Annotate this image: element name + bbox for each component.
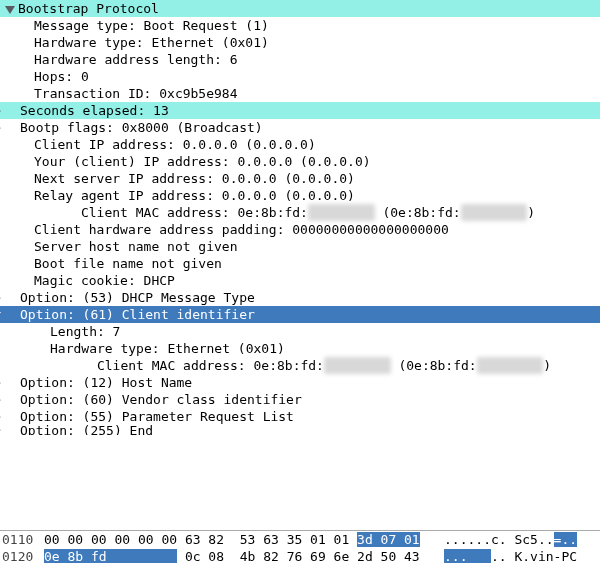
option-61[interactable]: Option: (61) Client identifier (0, 306, 600, 323)
field-hw-addr-length[interactable]: Hardware address length: 6 (0, 51, 600, 68)
spacer-icon (4, 207, 16, 219)
protocol-header-label: Bootstrap Protocol (18, 0, 159, 17)
triangle-right-icon (0, 122, 2, 134)
field-hardware-type[interactable]: Hardware type: Ethernet (0x01) (0, 34, 600, 51)
svg-marker-2 (0, 123, 1, 133)
redacted-mac: xxxxxxxx (324, 357, 391, 374)
hex-highlight: 0e 8b fd (44, 549, 177, 563)
svg-marker-3 (0, 293, 1, 303)
field-boot-file[interactable]: Boot file name not given (0, 255, 600, 272)
svg-marker-5 (0, 378, 1, 388)
spacer-icon (4, 224, 16, 236)
redacted-mac: xxxxxxxx (461, 204, 528, 221)
svg-marker-7 (0, 412, 1, 422)
spacer-icon (4, 54, 16, 66)
redacted-mac: xxxxxxxx (477, 357, 544, 374)
svg-marker-0 (5, 6, 15, 14)
field-transaction-id[interactable]: Transaction ID: 0xc9b5e984 (0, 85, 600, 102)
spacer-icon (4, 88, 16, 100)
option-61-mac[interactable]: Client MAC address: 0e:8b:fd:xxxxxxxx (0… (0, 357, 600, 374)
triangle-down-icon (4, 3, 16, 15)
field-server-hostname[interactable]: Server host name not given (0, 238, 600, 255)
option-55[interactable]: Option: (55) Parameter Request List (0, 408, 600, 425)
triangle-down-icon (0, 309, 2, 321)
spacer-icon (4, 37, 16, 49)
option-60[interactable]: Option: (60) Vendor class identifier (0, 391, 600, 408)
spacer-icon (4, 173, 16, 185)
spacer-icon (4, 258, 16, 270)
field-next-server-ip[interactable]: Next server IP address: 0.0.0.0 (0.0.0.0… (0, 170, 600, 187)
spacer-icon (4, 71, 16, 83)
spacer-icon (4, 275, 16, 287)
hex-offset: 0120 (2, 548, 44, 563)
triangle-right-icon (0, 377, 2, 389)
redacted-mac: xxxxxxxx (308, 204, 375, 221)
triangle-right-icon (0, 105, 2, 117)
spacer-icon (4, 139, 16, 151)
field-seconds-elapsed[interactable]: Seconds elapsed: 13 (0, 102, 600, 119)
triangle-right-icon (0, 425, 2, 435)
option-255[interactable]: Option: (255) End (0, 425, 600, 435)
option-53[interactable]: Option: (53) DHCP Message Type (0, 289, 600, 306)
spacer-icon (4, 20, 16, 32)
hex-row[interactable]: 0120 0e 8b fd 0c 08 4b 82 76 69 6e 2d 50… (0, 548, 600, 563)
spacer-icon (4, 190, 16, 202)
hex-dump-pane[interactable]: 0110 00 00 00 00 00 00 63 82 53 63 35 01… (0, 530, 600, 563)
triangle-right-icon (0, 411, 2, 423)
spacer-icon (4, 360, 16, 372)
hex-row[interactable]: 0110 00 00 00 00 00 00 63 82 53 63 35 01… (0, 531, 600, 548)
triangle-right-icon (0, 394, 2, 406)
option-61-length[interactable]: Length: 7 (0, 323, 600, 340)
spacer-icon (4, 156, 16, 168)
hex-offset: 0110 (2, 531, 44, 548)
field-client-ip[interactable]: Client IP address: 0.0.0.0 (0.0.0.0) (0, 136, 600, 153)
spacer-icon (4, 343, 16, 355)
field-client-mac[interactable]: Client MAC address: 0e:8b:fd:xxxxxxxx (0… (0, 204, 600, 221)
field-message-type[interactable]: Message type: Boot Request (1) (0, 17, 600, 34)
field-bootp-flags[interactable]: Bootp flags: 0x8000 (Broadcast) (0, 119, 600, 136)
protocol-header-row[interactable]: Bootstrap Protocol (0, 0, 600, 17)
svg-marker-4 (0, 312, 1, 320)
spacer-icon (4, 241, 16, 253)
field-your-ip[interactable]: Your (client) IP address: 0.0.0.0 (0.0.0… (0, 153, 600, 170)
field-hops[interactable]: Hops: 0 (0, 68, 600, 85)
ascii-highlight: =.. (554, 532, 577, 547)
svg-marker-8 (0, 425, 1, 435)
triangle-right-icon (0, 292, 2, 304)
svg-marker-6 (0, 395, 1, 405)
ascii-highlight: ... (444, 549, 491, 563)
svg-marker-1 (0, 106, 1, 116)
hex-highlight: 3d 07 01 (357, 532, 420, 547)
spacer-icon (4, 326, 16, 338)
field-magic-cookie[interactable]: Magic cookie: DHCP (0, 272, 600, 289)
